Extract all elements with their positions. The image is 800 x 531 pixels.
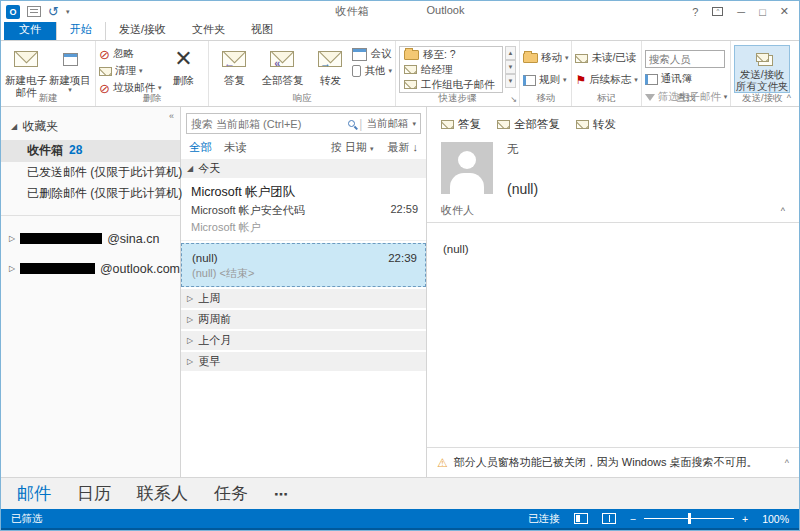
- help-button[interactable]: ?: [692, 6, 698, 18]
- envelope-icon: [404, 80, 417, 89]
- redacted-account-name: [20, 233, 102, 244]
- collapse-header-icon[interactable]: ^: [781, 206, 785, 216]
- quick-step-move-to[interactable]: 移至: ?: [400, 47, 502, 62]
- reply-envelope-icon: [441, 120, 454, 129]
- unread-read-button[interactable]: 未读/已读: [575, 51, 637, 65]
- outlook-app-icon[interactable]: O: [6, 5, 20, 19]
- reply-button[interactable]: ← 答复: [212, 43, 256, 86]
- reply-all-action[interactable]: 全部答复: [497, 117, 560, 132]
- quick-steps-box: 移至: ? 给经理 工作组电子邮件: [399, 46, 503, 93]
- nav-tasks[interactable]: 任务: [214, 482, 248, 505]
- account-sina[interactable]: ▷ @sina.cn: [1, 224, 180, 254]
- forward-action[interactable]: 转发: [576, 117, 616, 132]
- address-book-icon: [645, 74, 658, 85]
- tab-view[interactable]: 视图: [238, 20, 286, 40]
- forward-button[interactable]: → 转发: [308, 43, 352, 86]
- window-title-inbox: 收件箱: [336, 4, 369, 19]
- window-controls: ? ^ ─ □ ✕: [692, 5, 799, 18]
- forward-label: 转发: [320, 74, 341, 86]
- reading-view-icon[interactable]: [602, 513, 616, 524]
- message-body: (null): [427, 223, 799, 447]
- chevron-down-icon: ▾: [412, 120, 416, 128]
- nav-calendar[interactable]: 日历: [77, 482, 111, 505]
- zoom-out-button[interactable]: −: [630, 513, 636, 525]
- ignore-button[interactable]: ⊘ 忽略: [99, 47, 161, 61]
- filter-unread-tab[interactable]: 未读: [224, 140, 247, 155]
- sort-by-dropdown[interactable]: 按 日期 ▾: [331, 140, 374, 155]
- expand-triangle-icon[interactable]: ▷: [9, 264, 15, 273]
- follow-up-button[interactable]: ⚑ 后续标志 ▾: [575, 73, 637, 87]
- warning-text: 部分人员窗格功能已被关闭，因为 Windows 桌面搜索不可用。: [454, 455, 758, 470]
- search-people-input[interactable]: [645, 50, 725, 68]
- undo-icon[interactable]: ↺: [48, 5, 59, 18]
- mail-item-microsoft[interactable]: Microsoft 帐户团队 Microsoft 帐户安全代码 22:59 Mi…: [181, 180, 426, 241]
- quick-step-team-email[interactable]: 工作组电子邮件: [400, 77, 502, 92]
- arrow-down-icon: ↓: [413, 141, 419, 153]
- quick-steps-scroll: ▲ ▼ ▼: [505, 46, 516, 88]
- new-items-button[interactable]: 新建项目 ▾: [48, 43, 92, 94]
- more-respond-button[interactable]: 其他 ▾: [352, 64, 392, 78]
- group-header-older[interactable]: ▷ 更早: [181, 352, 426, 371]
- search-box: | 当前邮箱 ▾: [186, 113, 421, 134]
- favorites-header[interactable]: ◢ 收藏夹: [1, 115, 180, 140]
- scroll-down-icon[interactable]: ▼: [505, 60, 516, 74]
- meeting-button[interactable]: 会议: [352, 47, 392, 61]
- group-header-last-week[interactable]: ▷ 上周: [181, 289, 426, 308]
- expand-triangle-icon[interactable]: ▷: [9, 234, 15, 243]
- maximize-button[interactable]: □: [759, 6, 766, 18]
- new-email-button[interactable]: 新建电子邮件: [4, 43, 48, 98]
- group-header-today[interactable]: ◢ 今天: [181, 159, 426, 178]
- send-receive-all-button[interactable]: 发送/接收所有文件夹: [734, 45, 790, 93]
- quick-step-to-manager[interactable]: 给经理: [400, 62, 502, 77]
- filter-all-tab[interactable]: 全部: [189, 140, 212, 155]
- address-book-button[interactable]: 通讯簿: [645, 72, 728, 86]
- zoom-slider[interactable]: [644, 518, 734, 519]
- tab-folder[interactable]: 文件夹: [179, 20, 238, 40]
- mail-time: 22:59: [390, 203, 418, 218]
- group-header-last-month[interactable]: ▷ 上个月: [181, 331, 426, 350]
- chevron-down-icon: ▾: [370, 145, 374, 152]
- sort-direction-button[interactable]: 最新 ↓: [387, 140, 418, 155]
- send-receive-icon[interactable]: [27, 6, 41, 17]
- normal-view-icon[interactable]: [574, 513, 588, 524]
- search-scope-dropdown[interactable]: 当前邮箱 ▾: [366, 117, 416, 131]
- zoom-slider-thumb[interactable]: [688, 513, 691, 524]
- minimize-folder-pane-icon[interactable]: «: [169, 111, 174, 121]
- more-quick-steps-icon[interactable]: ▼: [505, 74, 516, 88]
- inbox-label: 收件箱: [27, 143, 63, 157]
- sidebar-item-deleted[interactable]: 已删除邮件 (仅限于此计算机): [1, 183, 180, 205]
- scroll-up-icon[interactable]: ▲: [505, 46, 516, 60]
- expand-triangle-icon: ▷: [187, 336, 193, 345]
- sidebar-item-sent[interactable]: 已发送邮件 (仅限于此计算机): [1, 162, 180, 184]
- collapse-people-pane-icon[interactable]: ^: [785, 458, 789, 468]
- tab-home[interactable]: 开始: [56, 19, 106, 40]
- cleanup-button[interactable]: 清理 ▾: [99, 64, 161, 78]
- collapse-ribbon-icon[interactable]: ^: [787, 93, 791, 103]
- tab-file[interactable]: 文件: [4, 20, 56, 40]
- favorites-label: 收藏夹: [22, 118, 58, 135]
- ribbon-display-options-icon[interactable]: ^: [712, 7, 723, 16]
- reply-action[interactable]: 答复: [441, 117, 481, 132]
- tab-send-receive[interactable]: 发送/接收: [106, 20, 179, 40]
- reply-all-button[interactable]: « 全部答复: [256, 43, 308, 86]
- delete-button[interactable]: ✕ 删除: [161, 43, 205, 86]
- search-icon[interactable]: [348, 120, 355, 127]
- zoom-in-button[interactable]: +: [742, 513, 748, 525]
- search-input[interactable]: [191, 118, 344, 130]
- group-header-two-weeks[interactable]: ▷ 两周前: [181, 310, 426, 329]
- nav-more-button[interactable]: ⋯: [274, 486, 290, 502]
- minimize-button[interactable]: ─: [737, 6, 745, 18]
- zoom-level[interactable]: 100%: [762, 513, 789, 525]
- quick-access-toolbar: O ↺ ▾: [1, 5, 69, 19]
- rules-button[interactable]: 规则 ▾: [523, 73, 569, 87]
- close-button[interactable]: ✕: [780, 5, 789, 18]
- customize-qat-icon[interactable]: ▾: [66, 8, 70, 16]
- move-button[interactable]: 移动 ▾: [523, 51, 569, 65]
- sidebar-item-inbox[interactable]: 收件箱28: [1, 140, 180, 162]
- outlook-window: O ↺ ▾ 收件箱 Outlook ? ^ ─ □ ✕ 文件 开始 发送/接收 …: [0, 0, 800, 531]
- quick-step-label: 移至: ?: [423, 48, 456, 62]
- nav-mail[interactable]: 邮件: [17, 482, 51, 505]
- nav-people[interactable]: 联系人: [137, 482, 188, 505]
- account-outlook[interactable]: ▷ @outlook.com: [1, 254, 180, 284]
- mail-item-selected[interactable]: (null) 22:39 (null) <结束>: [181, 243, 426, 287]
